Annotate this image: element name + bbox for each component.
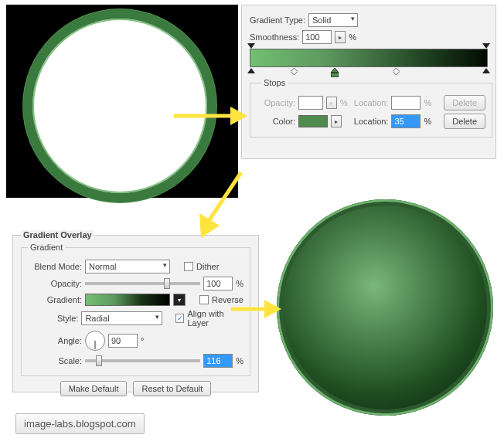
align-checkbox[interactable]: ✓ — [175, 314, 184, 323]
gradient-type-label: Gradient Type: — [250, 15, 305, 25]
svg-marker-1 — [482, 43, 490, 49]
svg-marker-0 — [247, 43, 255, 49]
percent-sign: % — [424, 98, 431, 107]
scale-label: Scale: — [28, 356, 82, 365]
stop-color-picker-button[interactable]: ▸ — [331, 115, 342, 127]
reverse-checkbox[interactable] — [199, 295, 209, 304]
angle-input[interactable] — [108, 334, 138, 348]
gradient-picker-button[interactable]: ▾ — [173, 294, 186, 306]
midpoint-1[interactable] — [291, 68, 298, 76]
dither-checkbox[interactable] — [184, 262, 193, 271]
svg-marker-6 — [393, 68, 400, 75]
overlay-opacity-input[interactable] — [203, 277, 233, 290]
smoothness-input[interactable] — [302, 30, 332, 44]
gradient-type-select[interactable]: Solid — [308, 13, 358, 27]
svg-marker-2 — [247, 68, 255, 73]
blend-mode-select[interactable]: Normal — [85, 260, 170, 273]
scale-input[interactable] — [203, 354, 233, 368]
angle-label: Angle: — [28, 336, 82, 345]
blend-mode-label: Blend Mode: — [28, 262, 82, 271]
result-sphere-preview — [277, 199, 493, 416]
gradient-editor-panel: Gradient Type: Solid Smoothness: ▸ % Sto… — [241, 5, 496, 159]
opacity-slider[interactable] — [85, 282, 200, 285]
stop-opacity-input — [298, 96, 323, 110]
arrow-icon — [227, 294, 281, 324]
color-stop-2[interactable] — [331, 68, 339, 76]
gradient-group-title: Gradient — [28, 243, 65, 252]
dither-label: Dither — [196, 262, 219, 271]
percent-sign: % — [349, 32, 356, 42]
midpoint-2[interactable] — [393, 68, 400, 76]
reset-default-button[interactable]: Reset to Default — [133, 381, 211, 396]
svg-marker-3 — [331, 68, 339, 73]
percent-sign: % — [424, 117, 431, 126]
stop-location-input-1 — [391, 96, 421, 110]
stop-location-label-2: Location: — [354, 117, 389, 126]
smoothness-label: Smoothness: — [250, 32, 299, 42]
smoothness-stepper[interactable]: ▸ — [335, 31, 346, 43]
stop-color-label: Color: — [257, 117, 295, 126]
stop-location-label-1: Location: — [354, 98, 389, 107]
gradient-ramp[interactable] — [250, 49, 488, 67]
svg-marker-13 — [264, 300, 281, 318]
style-label: Style: — [28, 314, 78, 323]
svg-line-10 — [209, 172, 241, 221]
arrow-icon — [195, 168, 249, 238]
style-select[interactable]: Radial — [81, 311, 162, 325]
stop-opacity-stepper: ▸ — [326, 97, 337, 109]
color-stop-1[interactable] — [247, 68, 255, 76]
color-stop-3[interactable] — [482, 68, 490, 76]
svg-marker-5 — [291, 68, 298, 75]
angle-dial[interactable] — [85, 331, 105, 351]
arrow-icon — [170, 100, 247, 131]
gradient-group: Gradient Blend Mode: Normal Dither Opaci… — [21, 243, 250, 376]
gradient-swatch-label: Gradient: — [28, 295, 82, 304]
scale-slider[interactable] — [85, 359, 200, 362]
opacity-stop-right[interactable] — [482, 41, 490, 49]
svg-marker-9 — [230, 107, 247, 125]
opacity-stop-left[interactable] — [247, 41, 255, 49]
delete-opacity-stop-button: Delete — [444, 95, 485, 110]
gradient-overlay-panel: Gradient Overlay Gradient Blend Mode: No… — [12, 230, 259, 392]
percent-sign: % — [340, 98, 348, 107]
svg-rect-4 — [331, 73, 339, 77]
stop-color-swatch[interactable] — [298, 115, 328, 127]
overlay-opacity-label: Opacity: — [28, 279, 82, 288]
svg-marker-7 — [482, 68, 490, 73]
gradient-overlay-title: Gradient Overlay — [21, 230, 94, 239]
degree-sign: ° — [141, 336, 144, 345]
make-default-button[interactable]: Make Default — [60, 381, 128, 396]
stop-location-input-2[interactable] — [391, 114, 421, 128]
gradient-swatch[interactable] — [85, 294, 170, 306]
stop-opacity-label: Opacity: — [257, 98, 295, 107]
percent-sign: % — [236, 356, 243, 365]
watermark-label: image-labs.blogspot.com — [15, 413, 145, 434]
stops-fieldset: Stops Opacity: ▸ % Location: % Delete Co… — [250, 78, 492, 138]
stops-legend: Stops — [261, 78, 288, 87]
percent-sign: % — [236, 279, 243, 288]
delete-color-stop-button[interactable]: Delete — [444, 114, 485, 129]
